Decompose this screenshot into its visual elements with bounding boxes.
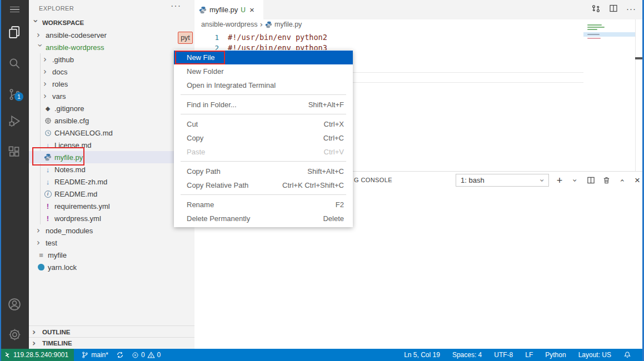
split-terminal-icon[interactable] (586, 176, 596, 185)
panel-actions: + › › × (555, 174, 642, 187)
menu-item-new-folder[interactable]: New Folder (174, 64, 353, 78)
clock-icon (43, 128, 52, 137)
menu-item-open-in-integrated-terminal[interactable]: Open in Integrated Terminal (174, 78, 353, 92)
workspace-section-header[interactable]: › WORKSPACE (29, 17, 194, 29)
menu-separator (181, 161, 346, 162)
tree-item-test[interactable]: ›test (29, 237, 194, 249)
extensions-icon[interactable] (0, 141, 29, 163)
tree-item-changelog-md[interactable]: CHANGELOG.md (29, 127, 194, 139)
close-panel-icon[interactable]: × (632, 176, 642, 185)
tree-item-requirements-yml[interactable]: !requirements.yml (29, 200, 194, 212)
split-editor-icon[interactable] (608, 3, 618, 13)
more-actions-icon[interactable]: ··· (626, 3, 636, 13)
yaml-icon: ! (43, 202, 52, 210)
tree-item-readme-zh-md[interactable]: ↓README-zh.md (29, 176, 194, 188)
yaml-icon: ! (43, 214, 52, 223)
git-branch-status[interactable]: main* (77, 349, 112, 361)
sidebar-title: EXPLORER (39, 5, 74, 12)
tab-myfile-py[interactable]: myfile.py U × (194, 0, 263, 19)
menu-item-cut[interactable]: CutCtrl+X (174, 117, 353, 131)
sync-icon (116, 351, 124, 359)
run-debug-icon[interactable] (0, 110, 29, 132)
keyboard-layout[interactable]: Layout: US (575, 349, 615, 361)
git-file-icon: ◆ (43, 104, 52, 113)
outline-section-header[interactable]: › OUTLINE (29, 325, 194, 338)
timeline-section-header[interactable]: › TIMELINE (29, 337, 194, 349)
tree-item-wordpress-yml[interactable]: !wordpress.yml (29, 212, 194, 224)
chevron-right-icon: › (43, 92, 51, 100)
sync-changes[interactable] (112, 349, 128, 361)
tree-item-gitignore[interactable]: ◆.gitignore (29, 102, 194, 114)
search-icon[interactable] (0, 52, 29, 74)
tree-item-docs[interactable]: ›docs (29, 66, 194, 78)
tree-item-myfile-py[interactable]: myfile.py (29, 151, 194, 163)
remote-icon (3, 351, 11, 359)
tree-item-yarn-lock[interactable]: yarn.lock (29, 261, 194, 273)
menu-item-copy[interactable]: CopyCtrl+C (174, 131, 353, 145)
chevron-down-icon: › (32, 19, 39, 27)
problems-status[interactable]: 0 0 (128, 349, 164, 361)
language-mode[interactable]: Python (541, 349, 570, 361)
chevron-right-icon: › (37, 31, 44, 39)
settings-gear-icon[interactable] (0, 323, 29, 345)
remote-indicator[interactable]: 119.28.5.240:9001 (0, 349, 74, 361)
menu-item-rename[interactable]: RenameF2 (174, 198, 353, 212)
chevron-down-icon: › (36, 44, 44, 52)
tree-item-myfile[interactable]: ≡myfile (29, 249, 194, 261)
tab-strip: myfile.py U × ··· (194, 0, 644, 19)
new-terminal-icon[interactable]: + (555, 176, 565, 185)
tree-item-ansible-wordpress[interactable]: ›ansible-wordpress (29, 41, 194, 53)
notifications-bell-icon[interactable] (620, 349, 635, 361)
tree-item-license-md[interactable]: ↓License.md (29, 139, 194, 151)
explorer-icon[interactable] (0, 21, 29, 43)
chevron-right-icon: › (32, 328, 40, 336)
tree-item-ansible-codeserver[interactable]: ›ansible-codeserver (29, 29, 194, 41)
code-line: 1#!/usr/bin/env python2 (194, 32, 327, 43)
menu-item-copy-relative-path[interactable]: Copy Relative PathCtrl+K Ctrl+Shift+C (174, 178, 353, 192)
menu-item-new-file[interactable]: New File (174, 51, 353, 64)
breadcrumb-folder[interactable]: ansible-wordpress (201, 21, 257, 28)
tree-item-readme-md[interactable]: iREADME.md (29, 188, 194, 200)
file-tree: ›ansible-codeserver ›ansible-wordpress ›… (29, 29, 194, 273)
vscode-window: 1 EXPLORER ··· › WORKSPACE ›ansible-code… (0, 0, 644, 361)
menu-item-delete-permanently[interactable]: Delete PermanentlyDelete (174, 212, 353, 225)
breadcrumb-file[interactable]: myfile.py (274, 21, 302, 28)
encoding[interactable]: UTF-8 (490, 349, 517, 361)
yarn-icon (37, 263, 46, 272)
tree-item-github[interactable]: ›.github (29, 53, 194, 66)
panel-tab-debug-console[interactable]: G CONSOLE (354, 177, 392, 183)
window-border-left (0, 0, 1, 361)
menu-icon[interactable] (0, 2, 29, 17)
kill-terminal-trash-icon[interactable] (601, 176, 611, 185)
eol-sequence[interactable]: LF (521, 349, 537, 361)
maximize-panel-icon[interactable]: › (617, 179, 626, 182)
menu-separator (181, 114, 346, 114)
cursor-position[interactable]: Ln 5, Col 19 (400, 349, 444, 361)
markdown-icon: ↓ (43, 177, 52, 186)
chevron-down-icon[interactable]: › (571, 179, 580, 182)
terminal-select[interactable]: 1: bash › (456, 174, 549, 187)
tree-item-notes-md[interactable]: ↓Notes.md (29, 163, 194, 176)
chevron-right-icon: › (32, 339, 40, 347)
markdown-icon: ↓ (43, 141, 52, 149)
close-icon[interactable]: × (249, 5, 254, 14)
breadcrumb: ansible-wordpress › myfile.py (194, 19, 644, 29)
chevron-down-icon: › (538, 179, 547, 182)
open-changes-icon[interactable] (591, 3, 601, 13)
chevron-right-icon: › (43, 80, 51, 88)
chevron-right-icon: › (43, 56, 51, 63)
tree-item-vars[interactable]: ›vars (29, 90, 194, 102)
tab-label: myfile.py (209, 6, 238, 14)
minimap[interactable] (583, 29, 635, 171)
indentation[interactable]: Spaces: 4 (448, 349, 486, 361)
info-icon: i (43, 189, 52, 198)
chevron-right-icon: › (37, 227, 44, 234)
menu-item-copy-path[interactable]: Copy PathShift+Alt+C (174, 164, 353, 178)
account-icon[interactable] (0, 293, 29, 315)
tree-item-node-modules[interactable]: ›node_modules (29, 224, 194, 237)
menu-item-find-in-folder[interactable]: Find in Folder...Shift+Alt+F (174, 98, 353, 112)
tree-item-ansible-cfg[interactable]: ansible.cfg (29, 114, 194, 127)
config-gear-icon (43, 116, 52, 125)
tree-item-roles[interactable]: ›roles (29, 78, 194, 90)
views-more-actions-icon[interactable]: ··· (171, 1, 181, 11)
